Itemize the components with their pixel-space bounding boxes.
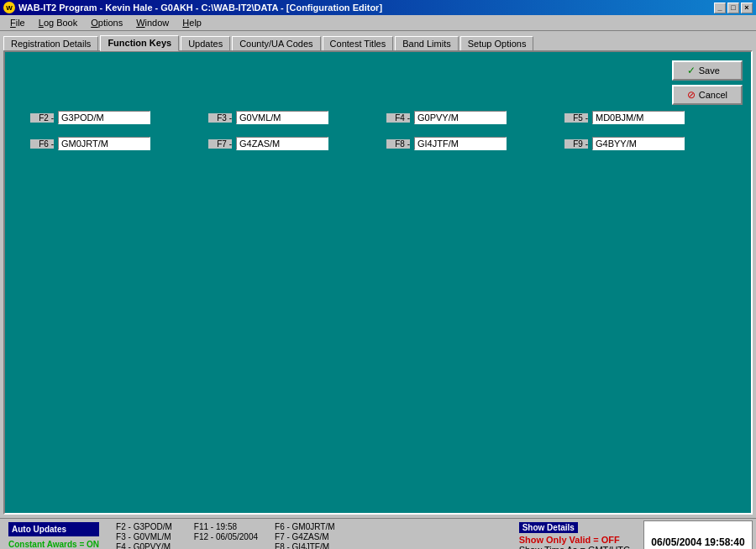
fkey-label-f7: F7 - — [208, 139, 232, 149]
status-f6: F6 - GM0JRT/M — [275, 522, 334, 531]
fkey-row-f8: F8 - — [386, 137, 548, 150]
menu-window[interactable]: Window — [129, 16, 176, 29]
action-buttons: ✓ Save ⊘ Cancel — [672, 60, 743, 105]
minimize-button[interactable]: _ — [714, 3, 726, 13]
show-details-section: Show Details Show Only Valid = OFF Show … — [514, 520, 635, 549]
fkey-row-f4: F4 - — [386, 111, 548, 124]
fkey-row-f6: F6 - — [30, 137, 192, 150]
fkey-label-f6: F6 - — [30, 139, 54, 149]
fkey-row-f5: F5 - — [564, 111, 726, 124]
fkey-input-f3[interactable] — [236, 111, 328, 124]
fkey-input-f5[interactable] — [592, 111, 685, 124]
fkey-input-f4[interactable] — [414, 111, 507, 124]
fkey-label-f2: F2 - — [30, 113, 54, 123]
fkey-label-f9: F9 - — [564, 139, 588, 149]
fkey-input-f2[interactable] — [58, 111, 150, 124]
status-bar: Auto Updates Constant Awards = ON Timed … — [0, 518, 756, 549]
status-f11: F11 - 19:58 — [194, 522, 258, 531]
menu-options[interactable]: Options — [84, 16, 129, 29]
status-f12: F12 - 06/05/2004 — [194, 532, 258, 541]
title-bar-buttons: _ □ × — [714, 3, 753, 13]
show-time-as-label: Show Time As = GMT/UTC — [519, 545, 630, 549]
close-button[interactable]: × — [741, 3, 753, 13]
tab-contest-titles[interactable]: Contest Titles — [323, 36, 394, 51]
fkey-row-f3: F3 - — [208, 111, 370, 124]
fkey-input-f6[interactable] — [58, 137, 150, 150]
status-f3: F3 - G0VML/M — [116, 532, 177, 541]
tab-setup-options[interactable]: Setup Options — [460, 36, 534, 51]
save-button[interactable]: ✓ Save — [672, 60, 743, 81]
menu-help[interactable]: Help — [176, 16, 208, 29]
constant-awards-label: Constant Awards = ON — [8, 538, 99, 550]
clock-display: 06/05/2004 19:58:40 — [643, 520, 753, 549]
title-bar: W WAB-IT2 Program - Kevin Hale - G0AKH -… — [0, 0, 756, 15]
fkeys-status-col2: F11 - 19:58 F12 - 06/05/2004 — [194, 522, 258, 549]
fkeys-status-col3: F6 - GM0JRT/M F7 - G4ZAS/M F8 - GI4JTF/M… — [275, 522, 334, 549]
show-details-badge: Show Details — [519, 522, 578, 533]
fkey-label-f4: F4 - — [386, 113, 410, 123]
fkey-row-f7: F7 - — [208, 137, 370, 150]
fkey-grid: F2 - F3 - F4 - F5 - F6 - F7 - — [13, 111, 743, 150]
menu-logbook[interactable]: Log Book — [32, 16, 85, 29]
cancel-button[interactable]: ⊘ Cancel — [672, 85, 743, 105]
status-f8: F8 - GI4JTF/M — [275, 542, 334, 549]
fkeys-status-col1: F2 - G3POD/M F3 - G0VML/M F4 - G0PVY/M F… — [116, 522, 177, 549]
tabs-row: Registration Details Function Keys Updat… — [3, 34, 753, 50]
menu-file[interactable]: File — [3, 16, 32, 29]
status-f4: F4 - G0PVY/M — [116, 542, 177, 549]
title-text: WAB-IT2 Program - Kevin Hale - G0AKH - C… — [18, 3, 382, 13]
app-icon: W — [3, 2, 15, 13]
show-only-valid-label: Show Only Valid = OFF — [519, 535, 620, 545]
tab-registration-details[interactable]: Registration Details — [3, 36, 98, 51]
tab-band-limits[interactable]: Band Limits — [395, 36, 458, 51]
cancel-icon: ⊘ — [687, 89, 696, 101]
fkey-label-f3: F3 - — [208, 113, 232, 123]
status-f2: F2 - G3POD/M — [116, 522, 177, 531]
tab-function-keys[interactable]: Function Keys — [100, 35, 179, 51]
fkey-label-f5: F5 - — [564, 113, 588, 123]
fkey-row-f2: F2 - — [30, 111, 192, 124]
fkey-input-f8[interactable] — [414, 137, 507, 150]
auto-updates-badge: Auto Updates — [8, 522, 99, 536]
status-f7: F7 - G4ZAS/M — [275, 532, 334, 541]
fkey-label-f8: F8 - — [386, 139, 410, 149]
maximize-button[interactable]: □ — [727, 3, 739, 13]
tab-county-ua-codes[interactable]: County/UA Codes — [232, 36, 320, 51]
auto-updates-section: Auto Updates Constant Awards = ON Timed … — [3, 520, 104, 549]
fkey-input-f7[interactable] — [236, 137, 328, 150]
menu-bar: File Log Book Options Window Help — [0, 15, 756, 31]
fkey-row-f9: F9 - — [564, 137, 726, 150]
config-panel: ✓ Save ⊘ Cancel F2 - F3 - F4 - — [3, 50, 753, 515]
main-content: 🚪 Exit Registration Details Function Key… — [0, 31, 756, 518]
tab-updates[interactable]: Updates — [181, 36, 230, 51]
fkey-input-f9[interactable] — [592, 137, 685, 150]
checkmark-icon: ✓ — [687, 65, 696, 76]
